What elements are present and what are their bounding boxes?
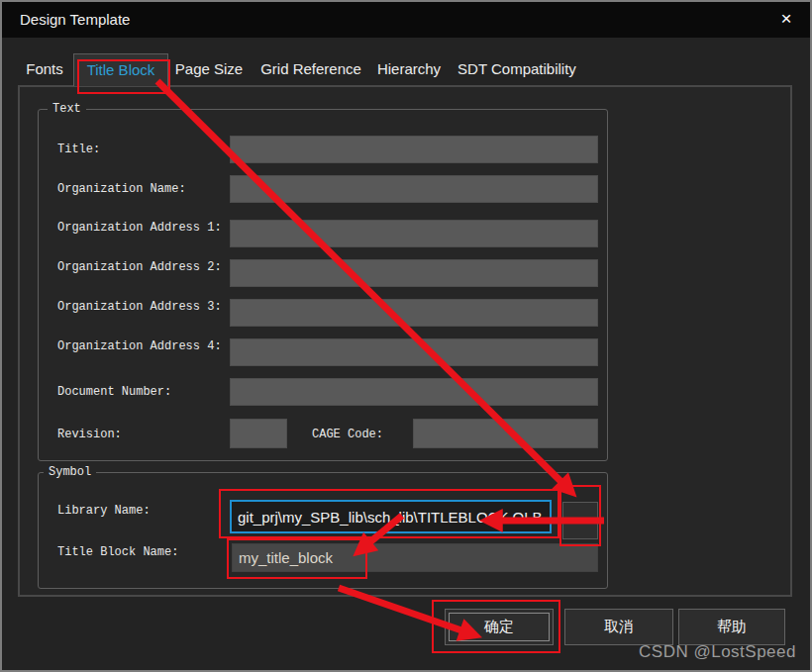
cage-code-input[interactable]: [413, 419, 598, 448]
dialog-title: Design Template: [20, 11, 130, 28]
organization-address-2-input[interactable]: [230, 259, 598, 287]
help-button[interactable]: 帮助: [678, 609, 785, 645]
revision-input[interactable]: [230, 419, 287, 448]
tab-hierarchy[interactable]: Hierarchy: [374, 54, 444, 84]
title-bar: Design Template ×: [2, 2, 810, 38]
tab-grid-reference[interactable]: Grid Reference: [250, 54, 372, 84]
organization-address-3-label: Organization Address 3:: [57, 300, 234, 314]
ok-button[interactable]: 确定: [445, 609, 554, 645]
organization-name-input[interactable]: [230, 175, 598, 203]
cancel-button[interactable]: 取消: [564, 609, 673, 645]
document-number-label: Document Number:: [57, 385, 234, 399]
title-input[interactable]: [230, 136, 598, 163]
title-block-name-label: Title Block Name:: [57, 545, 234, 559]
organization-address-3-input[interactable]: [230, 299, 598, 327]
revision-label: Revision:: [57, 428, 234, 441]
design-template-dialog: Design Template × Fonts Title Block Page…: [0, 0, 812, 672]
organization-address-1-label: Organization Address 1:: [57, 221, 234, 235]
browse-button[interactable]: ...: [562, 502, 598, 539]
cage-code-label: CAGE Code:: [312, 428, 383, 441]
tab-sdt-compatibility[interactable]: SDT Compatibility: [452, 54, 582, 84]
watermark-text: CSDN @LostSpeed: [639, 642, 796, 662]
title-block-name-input[interactable]: [232, 543, 598, 572]
library-name-label: Library Name:: [57, 504, 234, 518]
document-number-input[interactable]: [230, 378, 598, 406]
library-name-input[interactable]: [230, 500, 552, 533]
organization-address-1-input[interactable]: [230, 220, 598, 247]
tab-title-block[interactable]: Title Block: [73, 53, 168, 86]
symbol-group-legend: Symbol: [44, 465, 96, 479]
tab-fonts[interactable]: Fonts: [16, 54, 73, 84]
organization-address-4-input[interactable]: [230, 338, 598, 366]
organization-name-label: Organization Name:: [57, 182, 234, 196]
text-group-legend: Text: [48, 102, 86, 116]
organization-address-2-label: Organization Address 2:: [57, 260, 234, 274]
organization-address-4-label: Organization Address 4:: [57, 339, 234, 353]
tab-page-size[interactable]: Page Size: [168, 54, 250, 84]
close-icon[interactable]: ×: [774, 7, 798, 31]
title-label: Title:: [57, 143, 234, 156]
